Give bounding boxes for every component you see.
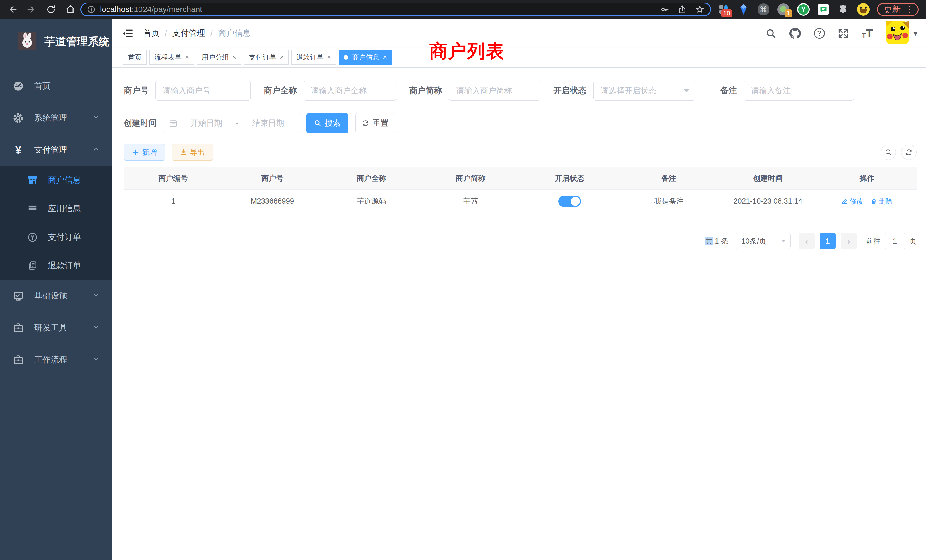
extension-tiles-icon[interactable]: 10 bbox=[717, 3, 730, 16]
info-icon[interactable] bbox=[87, 5, 95, 14]
date-range-picker[interactable]: 开始日期 - 结束日期 bbox=[163, 113, 302, 133]
extension-gem-icon[interactable] bbox=[737, 3, 750, 16]
date-separator: - bbox=[235, 119, 239, 128]
merchant-no-input[interactable] bbox=[155, 81, 251, 101]
url-text[interactable]: localhost:1024/pay/merchant bbox=[100, 5, 202, 14]
sidebar-fold-icon[interactable] bbox=[122, 28, 133, 39]
trash-icon bbox=[871, 198, 877, 204]
col-actions: 操作 bbox=[817, 173, 917, 183]
toggle-search-button[interactable] bbox=[881, 145, 896, 160]
search-button[interactable]: 搜索 bbox=[307, 113, 348, 133]
reset-button[interactable]: 重置 bbox=[355, 113, 395, 133]
extension-recorder-icon[interactable]: 1 bbox=[777, 3, 790, 16]
export-button[interactable]: 导出 bbox=[172, 144, 213, 160]
status-toggle[interactable] bbox=[558, 195, 581, 207]
browser-update-button[interactable]: 更新 ⋮ bbox=[877, 3, 918, 16]
github-icon[interactable] bbox=[790, 28, 801, 39]
edit-pencil-icon bbox=[841, 198, 848, 204]
payment-submenu: 商户信息 应用信息 支付订单 退款订单 bbox=[0, 166, 112, 280]
merchant-table: 商户编号 商户号 商户全称 商户简称 开启状态 备注 创建时间 操作 1 M23… bbox=[124, 167, 917, 213]
close-icon[interactable]: × bbox=[280, 53, 284, 61]
extension-command-icon[interactable]: ⌘ bbox=[757, 3, 770, 16]
shop-icon bbox=[26, 174, 39, 186]
sidebar-item-system[interactable]: 系统管理 bbox=[0, 102, 112, 134]
tab-pay-order[interactable]: 支付订单× bbox=[244, 50, 289, 65]
extension-y-icon[interactable]: Y bbox=[797, 3, 809, 16]
bookmark-star-icon[interactable] bbox=[695, 5, 705, 14]
cell-remark: 我是备注 bbox=[619, 196, 719, 206]
extension-badge: 1 bbox=[785, 9, 792, 17]
tags-view-bar: 首页 流程表单× 用户分组× 支付订单× 退款订单× 商户信息× bbox=[112, 48, 926, 68]
refresh-icon bbox=[362, 120, 369, 127]
extension-chat-icon[interactable] bbox=[817, 3, 830, 16]
user-avatar-menu[interactable]: ▾ bbox=[886, 21, 917, 45]
full-name-input[interactable] bbox=[304, 81, 396, 101]
chevron-down-icon bbox=[92, 323, 100, 333]
search-icon bbox=[314, 120, 321, 127]
font-size-icon[interactable]: TT bbox=[862, 28, 873, 39]
col-remark: 备注 bbox=[619, 173, 719, 183]
sidebar-item-workflow[interactable]: 工作流程 bbox=[0, 344, 112, 376]
breadcrumb-payment[interactable]: 支付管理 bbox=[172, 28, 205, 39]
table-row: 1 M233666999 芋道源码 芋艿 我是备注 2021-10-23 08:… bbox=[124, 190, 917, 213]
col-merchant-id: 商户编号 bbox=[124, 173, 223, 183]
next-page-button[interactable]: › bbox=[841, 233, 857, 249]
add-button[interactable]: 新增 bbox=[124, 144, 165, 160]
sidebar-item-refund-order[interactable]: 退款订单 bbox=[0, 251, 112, 280]
col-full-name: 商户全称 bbox=[322, 173, 421, 183]
sidebar-item-devtools[interactable]: 研发工具 bbox=[0, 312, 112, 344]
extensions-puzzle-icon[interactable] bbox=[837, 3, 850, 16]
document-icon bbox=[26, 260, 39, 271]
top-navbar: 首页 / 支付管理 / 商户信息 ? TT ▾ bbox=[112, 19, 926, 48]
edit-button[interactable]: 修改 bbox=[841, 197, 863, 206]
prev-page-button[interactable]: ‹ bbox=[799, 233, 814, 249]
share-icon[interactable] bbox=[678, 5, 687, 14]
tab-process-form[interactable]: 流程表单× bbox=[150, 50, 194, 65]
current-page-button[interactable]: 1 bbox=[820, 233, 836, 249]
col-merchant-no: 商户号 bbox=[223, 173, 322, 183]
sidebar-item-payment[interactable]: ¥ 支付管理 bbox=[0, 134, 112, 166]
avatar[interactable] bbox=[886, 21, 909, 45]
refresh-table-button[interactable] bbox=[901, 145, 917, 160]
sidebar-item-infra[interactable]: 基础设施 bbox=[0, 280, 112, 312]
short-name-input[interactable] bbox=[449, 81, 540, 101]
delete-button[interactable]: 删除 bbox=[871, 197, 892, 206]
help-icon[interactable]: ? bbox=[814, 28, 825, 39]
close-icon[interactable]: × bbox=[232, 53, 236, 61]
forward-icon[interactable] bbox=[27, 5, 36, 14]
date-start-placeholder: 开始日期 bbox=[178, 118, 235, 129]
status-select[interactable]: 请选择开启状态 bbox=[593, 81, 695, 101]
breadcrumb-current: 商户信息 bbox=[218, 28, 251, 39]
header-search-icon[interactable] bbox=[766, 28, 776, 39]
tab-user-group[interactable]: 用户分组× bbox=[197, 50, 241, 65]
tab-refund-order[interactable]: 退款订单× bbox=[291, 50, 336, 65]
home-icon[interactable] bbox=[65, 5, 75, 14]
plus-icon bbox=[132, 149, 139, 156]
date-end-placeholder: 结束日期 bbox=[240, 118, 297, 129]
close-icon[interactable]: × bbox=[327, 53, 331, 61]
browser-menu-icon[interactable]: ⋮ bbox=[905, 5, 914, 14]
address-bar[interactable]: localhost:1024/pay/merchant bbox=[80, 3, 711, 16]
breadcrumb-home[interactable]: 首页 bbox=[143, 28, 160, 39]
logo-row[interactable]: 芋道管理系统 bbox=[0, 19, 112, 56]
close-icon[interactable]: × bbox=[185, 53, 189, 61]
sidebar-item-pay-order[interactable]: 支付订单 bbox=[0, 223, 112, 251]
password-key-icon[interactable] bbox=[660, 5, 669, 14]
toolbox-icon bbox=[12, 354, 24, 365]
fullscreen-icon[interactable] bbox=[838, 28, 849, 39]
reload-icon[interactable] bbox=[46, 5, 56, 14]
sidebar-item-app-info[interactable]: 应用信息 bbox=[0, 194, 112, 223]
back-icon[interactable] bbox=[8, 5, 17, 14]
tab-merchant-info[interactable]: 商户信息× bbox=[339, 50, 392, 65]
remark-input[interactable] bbox=[744, 81, 854, 101]
extensions-row: 10 ⌘ 1 Y bbox=[717, 3, 870, 16]
goto-page-input[interactable] bbox=[885, 233, 905, 249]
profile-emoji-icon[interactable] bbox=[857, 3, 870, 16]
goto-suffix: 页 bbox=[909, 236, 917, 246]
filter-label-create-time: 创建时间 bbox=[124, 118, 157, 129]
sidebar-item-home[interactable]: 首页 bbox=[0, 70, 112, 102]
page-size-select[interactable]: 10条/页 bbox=[735, 233, 791, 249]
tab-home[interactable]: 首页 bbox=[123, 50, 147, 65]
close-icon[interactable]: × bbox=[383, 53, 387, 61]
sidebar-item-merchant-info[interactable]: 商户信息 bbox=[0, 166, 112, 194]
